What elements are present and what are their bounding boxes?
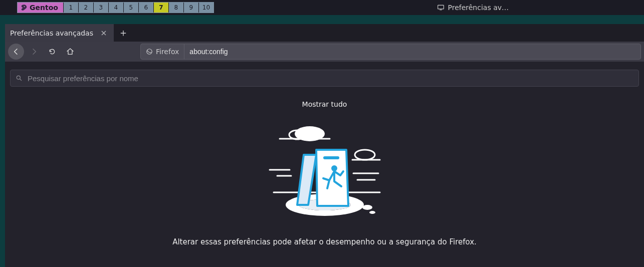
reload-icon <box>48 48 56 56</box>
wm-current-window: Preferências av… <box>437 4 644 12</box>
home-button[interactable] <box>62 44 78 60</box>
wm-window-title: Preferências av… <box>448 4 509 12</box>
workspace-8[interactable]: 8 <box>168 3 183 13</box>
svg-rect-1 <box>438 5 444 9</box>
identity-label: Firefox <box>156 48 179 56</box>
url-bar[interactable]: Firefox <box>140 44 641 60</box>
back-button[interactable] <box>8 44 24 60</box>
home-icon <box>66 48 74 56</box>
distro-badge[interactable]: Gentoo <box>18 3 63 13</box>
monitor-icon <box>437 4 445 11</box>
workspace-10[interactable]: 10 <box>198 3 213 13</box>
new-tab-button[interactable]: ＋ <box>114 24 132 42</box>
tab-close-button[interactable]: × <box>99 28 109 38</box>
show-all-button[interactable]: Mostrar tudo <box>295 98 354 111</box>
svg-point-18 <box>369 211 375 214</box>
search-icon <box>16 75 23 82</box>
arrow-right-icon <box>30 48 38 56</box>
url-input[interactable] <box>184 48 640 56</box>
svg-rect-23 <box>323 156 339 159</box>
workspace-2[interactable]: 2 <box>78 3 93 13</box>
svg-point-17 <box>362 205 372 210</box>
workspace-1[interactable]: 1 <box>63 3 78 13</box>
forward-button <box>26 44 42 60</box>
workspace-3[interactable]: 3 <box>93 3 108 13</box>
about-config-page: Mostrar tudo <box>5 62 644 267</box>
identity-box[interactable]: Firefox <box>141 44 184 59</box>
gentoo-icon <box>21 4 28 11</box>
reload-button[interactable] <box>44 44 60 60</box>
workspace-4[interactable]: 4 <box>108 3 123 13</box>
tab-title: Preferências avançadas <box>10 29 93 37</box>
config-body: Mostrar tudo <box>5 92 644 267</box>
distro-label: Gentoo <box>30 4 58 12</box>
svg-point-9 <box>355 150 375 160</box>
arrow-left-icon <box>12 48 20 56</box>
workspace-7[interactable]: 7 <box>153 3 168 13</box>
svg-point-0 <box>24 6 25 7</box>
svg-point-3 <box>147 49 152 55</box>
wm-taskbar-inner: Gentoo 12345678910 <box>17 2 214 13</box>
firefox-icon <box>146 48 153 55</box>
browser-tab[interactable]: Preferências avançadas × <box>5 24 114 42</box>
browser-window: Preferências avançadas × ＋ Firefox <box>5 24 644 267</box>
svg-line-5 <box>20 79 22 81</box>
svg-point-4 <box>17 76 20 79</box>
config-warning-text: Alterar essas preferências pode afetar o… <box>172 237 477 246</box>
config-search-bar[interactable] <box>10 70 639 87</box>
caution-illustration <box>267 120 382 217</box>
workspace-6[interactable]: 6 <box>138 3 153 13</box>
workspace-5[interactable]: 5 <box>123 3 138 13</box>
wm-taskbar: Gentoo 12345678910 Preferências av… <box>0 0 644 15</box>
workspace-9[interactable]: 9 <box>183 3 198 13</box>
nav-toolbar: Firefox <box>5 42 644 62</box>
config-search-input[interactable] <box>28 74 633 83</box>
tab-strip: Preferências avançadas × ＋ <box>5 24 644 42</box>
